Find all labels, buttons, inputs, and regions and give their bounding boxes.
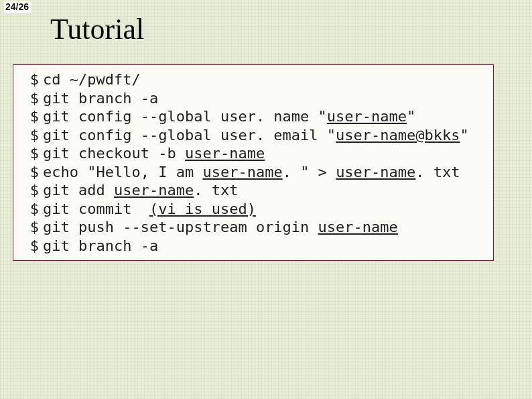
placeholder-note: (vi is used) <box>149 201 256 217</box>
placeholder-user-name: user-name <box>318 219 398 235</box>
cmd-text: " <box>407 108 415 125</box>
shell-command: git config --global user. name "user-nam… <box>43 107 493 126</box>
shell-command: git config --global user. email "user-na… <box>43 126 493 145</box>
placeholder-user-name: user-name <box>114 182 194 198</box>
cmd-text: git config --global user. email " <box>43 127 336 144</box>
code-line: $ git branch -a <box>13 89 493 108</box>
placeholder-user-email: user-name@bkks <box>336 127 460 144</box>
code-line: $ git commit (vi is used) <box>13 200 493 219</box>
cmd-text: git push --set-upstream origin <box>43 219 318 235</box>
code-line: $ git add user-name. txt <box>13 181 493 200</box>
code-line: $ git branch -a <box>13 237 493 255</box>
shell-command: cd ~/pwdft/ <box>43 70 493 89</box>
page-counter: 24/26 <box>4 1 31 13</box>
shell-prompt: $ <box>13 126 43 145</box>
code-line: $ echo "Hello, I am user-name. " > user-… <box>13 163 493 182</box>
code-line: $ cd ~/pwdft/ <box>13 70 493 89</box>
shell-command: git commit (vi is used) <box>43 200 493 219</box>
shell-prompt: $ <box>13 70 43 89</box>
code-line: $ git config --global user. email "user-… <box>13 126 493 145</box>
placeholder-user-name: user-name <box>327 108 407 125</box>
shell-command: git branch -a <box>43 89 493 108</box>
shell-prompt: $ <box>13 218 43 237</box>
shell-command: git push --set-upstream origin user-name <box>43 218 493 237</box>
shell-command: git branch -a <box>43 237 493 255</box>
placeholder-user-name: user-name <box>202 164 282 180</box>
placeholder-user-name: user-name <box>185 145 265 162</box>
shell-command: git add user-name. txt <box>43 181 493 200</box>
placeholder-user-name: user-name <box>336 164 415 180</box>
cmd-text: . txt <box>415 164 460 180</box>
cmd-text: . txt <box>194 182 238 198</box>
cmd-text: git add <box>43 182 114 198</box>
cmd-text: echo "Hello, I am <box>43 164 202 180</box>
cmd-text: " <box>460 127 469 144</box>
shell-prompt: $ <box>13 181 43 200</box>
shell-command: git checkout -b user-name <box>43 144 493 163</box>
shell-prompt: $ <box>13 107 43 126</box>
shell-prompt: $ <box>13 163 43 182</box>
cmd-text: . " > <box>283 164 336 180</box>
shell-prompt: $ <box>13 200 43 219</box>
code-line: $ git checkout -b user-name <box>13 144 493 163</box>
slide-title: Tutorial <box>50 12 144 46</box>
shell-command: echo "Hello, I am user-name. " > user-na… <box>43 163 493 182</box>
code-line: $ git config --global user. name "user-n… <box>13 107 493 126</box>
shell-prompt: $ <box>13 237 43 255</box>
cmd-text: git config --global user. name " <box>43 108 327 125</box>
code-block: $ cd ~/pwdft/ $ git branch -a $ git conf… <box>13 64 494 261</box>
cmd-text: git commit <box>43 201 149 217</box>
shell-prompt: $ <box>13 89 43 108</box>
code-line: $ git push --set-upstream origin user-na… <box>13 218 493 237</box>
cmd-text: git checkout -b <box>43 145 185 162</box>
shell-prompt: $ <box>13 144 43 163</box>
